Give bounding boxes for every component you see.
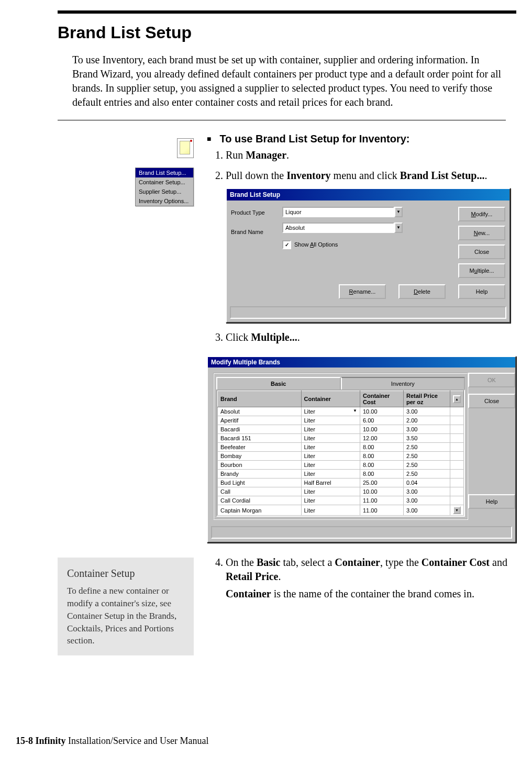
tab-basic[interactable]: Basic: [216, 377, 341, 389]
help-button[interactable]: Help: [458, 284, 505, 299]
table-row[interactable]: AperitifLiter6.002.00: [218, 416, 464, 425]
cell-brand[interactable]: Call: [218, 487, 302, 496]
cell-retail[interactable]: 3.00: [404, 407, 450, 416]
table-row[interactable]: Captain MorganLiter11.003.00▼: [218, 505, 464, 516]
cell-cost[interactable]: 11.00: [360, 496, 404, 505]
scroll-track[interactable]: [450, 461, 464, 470]
cell-container[interactable]: Liter: [301, 461, 360, 470]
cell-retail[interactable]: 3.00: [404, 496, 450, 505]
cell-container[interactable]: Liter▼: [301, 407, 360, 416]
product-type-input[interactable]: [282, 207, 394, 217]
scroll-track[interactable]: [450, 425, 464, 434]
scroll-track[interactable]: [450, 452, 464, 461]
scroll-track[interactable]: [450, 478, 464, 487]
cell-cost[interactable]: 12.00: [360, 434, 404, 443]
help-button[interactable]: Help: [468, 494, 515, 509]
ok-button[interactable]: OK: [468, 373, 515, 387]
scroll-up[interactable]: ▲: [450, 391, 464, 407]
cell-container[interactable]: Liter: [301, 487, 360, 496]
cell-cost[interactable]: 25.00: [360, 478, 404, 487]
cell-brand[interactable]: Bacardi: [218, 425, 302, 434]
cell-container[interactable]: Liter: [301, 416, 360, 425]
cell-retail[interactable]: 2.50: [404, 461, 450, 470]
cell-container[interactable]: Half Barrel: [301, 478, 360, 487]
cell-container[interactable]: Liter: [301, 505, 360, 516]
cell-cost[interactable]: 8.00: [360, 461, 404, 470]
cell-brand[interactable]: Absolut: [218, 407, 302, 416]
product-type-combo[interactable]: ▼: [282, 207, 403, 217]
delete-button[interactable]: Delete: [398, 284, 446, 299]
cell-brand[interactable]: Aperitif: [218, 416, 302, 425]
table-row[interactable]: BourbonLiter8.002.50: [218, 461, 464, 470]
chevron-down-icon[interactable]: ▼: [353, 408, 357, 413]
chevron-up-icon[interactable]: ▲: [453, 395, 461, 403]
col-retail[interactable]: Retail Price per oz: [404, 391, 450, 407]
cell-brand[interactable]: Bud Light: [218, 478, 302, 487]
scroll-track[interactable]: [450, 407, 464, 416]
cell-cost[interactable]: 10.00: [360, 425, 404, 434]
scroll-track[interactable]: [450, 443, 464, 452]
cell-container[interactable]: Liter: [301, 434, 360, 443]
cell-retail[interactable]: 2.50: [404, 470, 450, 478]
cell-container[interactable]: Liter: [301, 496, 360, 505]
table-row[interactable]: Call CordialLiter11.003.00: [218, 496, 464, 505]
cell-retail[interactable]: 3.00: [404, 425, 450, 434]
close-button[interactable]: Close: [468, 394, 515, 408]
chevron-down-icon[interactable]: ▼: [453, 506, 461, 514]
cell-container[interactable]: Liter: [301, 470, 360, 478]
tab-inventory[interactable]: Inventory: [341, 377, 465, 389]
chevron-down-icon[interactable]: ▼: [394, 222, 403, 233]
table-row[interactable]: BombayLiter8.002.50: [218, 452, 464, 461]
bold: Retail Price: [226, 571, 279, 582]
cell-brand[interactable]: Bombay: [218, 452, 302, 461]
cell-brand[interactable]: Beefeater: [218, 443, 302, 452]
cell-retail[interactable]: 3.00: [404, 487, 450, 496]
brand-name-combo[interactable]: ▼: [282, 222, 403, 233]
scroll-track[interactable]: ▼: [450, 505, 464, 516]
col-brand[interactable]: Brand: [218, 391, 302, 407]
cell-container[interactable]: Liter: [301, 452, 360, 461]
scroll-track[interactable]: [450, 416, 464, 425]
cell-cost[interactable]: 8.00: [360, 452, 404, 461]
modify-button[interactable]: Modify...: [458, 207, 505, 221]
cell-cost[interactable]: 10.00: [360, 487, 404, 496]
cell-retail[interactable]: 0.04: [404, 478, 450, 487]
checkbox[interactable]: ✓: [282, 240, 291, 249]
table-row[interactable]: AbsolutLiter▼10.003.00: [218, 407, 464, 416]
col-container[interactable]: Container: [301, 391, 360, 407]
cell-retail[interactable]: 3.50: [404, 434, 450, 443]
cell-retail[interactable]: 3.00: [404, 505, 450, 516]
scroll-track[interactable]: [450, 434, 464, 443]
brand-name-input[interactable]: [282, 222, 394, 233]
cell-retail[interactable]: 2.50: [404, 452, 450, 461]
table-row[interactable]: CallLiter10.003.00: [218, 487, 464, 496]
scroll-track[interactable]: [450, 487, 464, 496]
cell-retail[interactable]: 2.00: [404, 416, 450, 425]
cell-retail[interactable]: 2.50: [404, 443, 450, 452]
scroll-track[interactable]: [450, 470, 464, 478]
chevron-down-icon[interactable]: ▼: [394, 207, 403, 217]
cell-cost[interactable]: 8.00: [360, 470, 404, 478]
cell-brand[interactable]: Brandy: [218, 470, 302, 478]
rename-button[interactable]: Rename...: [339, 284, 386, 299]
table-row[interactable]: Bacardi 151Liter12.003.50: [218, 434, 464, 443]
cell-brand[interactable]: Call Cordial: [218, 496, 302, 505]
table-row[interactable]: Bud LightHalf Barrel25.000.04: [218, 478, 464, 487]
cell-brand[interactable]: Captain Morgan: [218, 505, 302, 516]
table-row[interactable]: BrandyLiter8.002.50: [218, 470, 464, 478]
col-cost[interactable]: Container Cost: [360, 391, 404, 407]
close-button[interactable]: Close: [458, 244, 505, 259]
cell-cost[interactable]: 11.00: [360, 505, 404, 516]
cell-cost[interactable]: 10.00: [360, 407, 404, 416]
cell-brand[interactable]: Bourbon: [218, 461, 302, 470]
new-button[interactable]: New...: [458, 226, 505, 240]
cell-cost[interactable]: 8.00: [360, 443, 404, 452]
table-row[interactable]: BacardiLiter10.003.00: [218, 425, 464, 434]
cell-container[interactable]: Liter: [301, 425, 360, 434]
cell-cost[interactable]: 6.00: [360, 416, 404, 425]
scroll-track[interactable]: [450, 496, 464, 505]
table-row[interactable]: BeefeaterLiter8.002.50: [218, 443, 464, 452]
multiple-button[interactable]: Multiple...: [458, 263, 505, 278]
cell-container[interactable]: Liter: [301, 443, 360, 452]
cell-brand[interactable]: Bacardi 151: [218, 434, 302, 443]
